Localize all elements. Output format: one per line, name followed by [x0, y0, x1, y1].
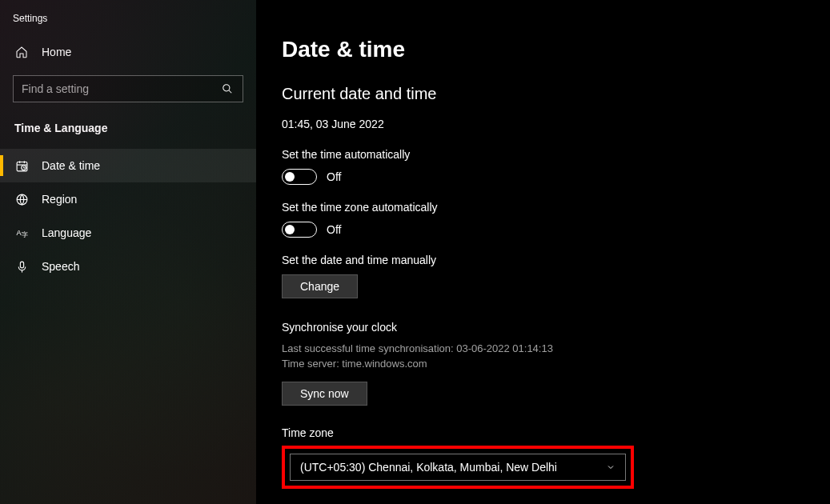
timezone-value: (UTC+05:30) Chennai, Kolkata, Mumbai, Ne…	[300, 461, 557, 474]
auto-tz-state: Off	[327, 223, 341, 236]
timezone-highlight: (UTC+05:30) Chennai, Kolkata, Mumbai, Ne…	[282, 446, 634, 489]
main-content: Date & time Current date and time 01:45,…	[256, 0, 830, 504]
home-nav[interactable]: Home	[0, 37, 256, 67]
current-datetime-value: 01:45, 03 June 2022	[282, 118, 804, 130]
search-box[interactable]	[13, 75, 243, 102]
svg-point-0	[223, 85, 230, 91]
change-button[interactable]: Change	[282, 274, 358, 298]
nav-language[interactable]: A字 Language	[0, 216, 256, 250]
svg-text:字: 字	[21, 231, 27, 238]
auto-tz-label: Set the time zone automatically	[282, 201, 804, 214]
home-icon	[14, 45, 29, 59]
chevron-down-icon	[606, 462, 615, 472]
svg-line-8	[23, 167, 24, 168]
sync-last: Last successful time synchronisation: 03…	[282, 342, 804, 357]
nav-speech[interactable]: Speech	[0, 250, 256, 283]
nav-region[interactable]: Region	[0, 182, 256, 216]
nav-label: Date & time	[42, 159, 100, 172]
category-title: Time & Language	[0, 110, 256, 149]
manual-datetime-label: Set the date and time manually	[282, 254, 804, 266]
svg-line-1	[229, 90, 232, 94]
page-title: Date & time	[282, 37, 804, 62]
search-icon	[220, 82, 235, 96]
app-title: Settings	[0, 10, 256, 37]
auto-time-toggle[interactable]	[282, 169, 317, 185]
auto-time-label: Set the time automatically	[282, 148, 804, 161]
microphone-icon	[14, 259, 29, 274]
settings-sidebar: Settings Home Time & Language Date & tim…	[0, 0, 256, 504]
current-datetime-heading: Current date and time	[282, 85, 804, 103]
timezone-label: Time zone	[282, 426, 804, 439]
nav-label: Region	[42, 193, 77, 206]
sync-heading: Synchronise your clock	[282, 321, 804, 334]
sync-server: Time server: time.windows.com	[282, 357, 804, 372]
toggle-knob	[285, 225, 295, 234]
timezone-dropdown[interactable]: (UTC+05:30) Chennai, Kolkata, Mumbai, Ne…	[290, 454, 626, 481]
auto-tz-toggle[interactable]	[282, 222, 317, 238]
nav-label: Language	[42, 226, 91, 239]
nav-date-time[interactable]: Date & time	[0, 149, 256, 182]
sync-now-button[interactable]: Sync now	[282, 382, 367, 406]
search-input[interactable]	[22, 82, 220, 95]
home-label: Home	[42, 46, 71, 58]
language-icon: A字	[14, 226, 29, 240]
toggle-knob	[285, 172, 295, 182]
auto-time-state: Off	[327, 170, 341, 183]
clock-icon	[14, 158, 29, 173]
svg-rect-13	[20, 262, 23, 268]
nav-label: Speech	[42, 260, 79, 273]
globe-icon	[14, 192, 29, 206]
